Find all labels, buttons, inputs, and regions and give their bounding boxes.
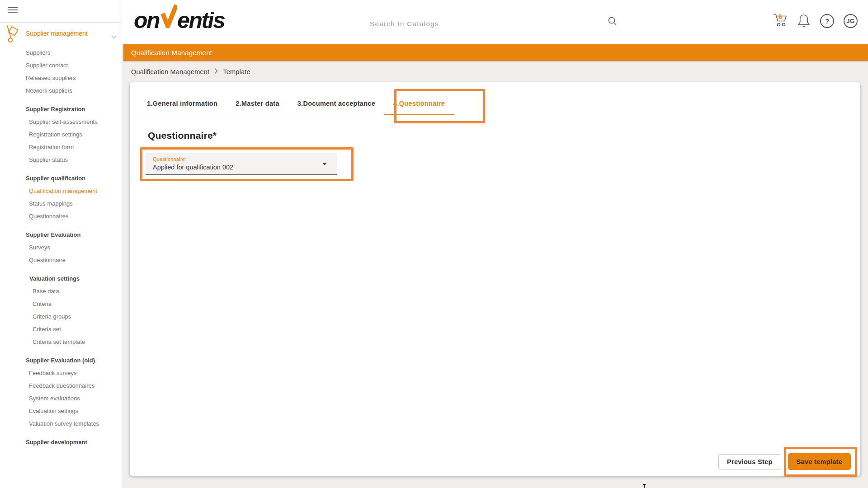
sidebar-item[interactable]: Questionnaires <box>0 210 122 223</box>
chevron-down-icon <box>111 33 116 41</box>
sidebar-item[interactable]: Criteria set template <box>0 336 122 348</box>
onventis-logo[interactable]: on entis <box>134 5 224 33</box>
sidebar-item-label: Supplier status <box>29 156 68 163</box>
sidebar-root-supplier-management[interactable]: Supplier management <box>0 24 122 44</box>
sidebar-item-label: Supplier qualification <box>26 175 85 182</box>
sidebar-item-label: Registration form <box>29 144 74 150</box>
sidebar-item[interactable]: Questionnaire <box>0 254 122 267</box>
sidebar-item-label: Status mappings <box>29 200 73 207</box>
sidebar-item[interactable]: Qualification management <box>0 185 122 197</box>
sidebar-item-label: Evaluation settings <box>29 408 78 414</box>
breadcrumb-chevron-icon <box>214 68 218 76</box>
sidebar-section-label: Supplier Registration <box>0 103 122 116</box>
sidebar-item[interactable]: Registration form <box>0 141 122 154</box>
hand-truck-icon <box>6 25 20 45</box>
sidebar-root-label: Supplier management <box>26 30 88 37</box>
sidebar-item[interactable]: Surveys <box>0 241 122 254</box>
sidebar-item-label: Feedback surveys <box>29 370 77 376</box>
sidebar-item[interactable]: Status mappings <box>0 197 122 210</box>
sidebar-item-label: Released suppliers <box>26 75 76 81</box>
dropdown-caret-icon <box>322 163 327 165</box>
sidebar: Supplier management Suppliers Supplier c… <box>0 0 122 488</box>
sidebar-item[interactable]: Feedback surveys <box>0 367 122 380</box>
sidebar-item-label: Criteria set template <box>33 338 85 345</box>
questionnaire-dropdown[interactable]: Questionnaire* Applied for qualification… <box>146 153 337 175</box>
help-glyph: ? <box>825 17 829 25</box>
text-cursor-artifact <box>642 484 646 488</box>
tab-document-acceptance[interactable]: 3.Document acceptance <box>288 93 384 115</box>
sidebar-item-label: Registration settings <box>29 131 82 138</box>
sidebar-item[interactable]: Supplier status <box>0 154 122 166</box>
page-title: Questionnaire* <box>148 130 217 141</box>
sidebar-item-label: Criteria set <box>33 326 61 333</box>
sidebar-section-label: Valuation settings <box>0 272 122 285</box>
tab-general-information[interactable]: 1.General information <box>138 93 226 115</box>
logo-checkmark-icon <box>160 4 177 33</box>
template-card: 1.General information 2.Master data 3.Do… <box>130 82 860 476</box>
sidebar-item[interactable]: Criteria <box>0 298 122 310</box>
wizard-tabs: 1.General information 2.Master data 3.Do… <box>138 93 454 115</box>
sidebar-item-label: Criteria groups <box>33 313 71 320</box>
tab-master-data[interactable]: 2.Master data <box>226 93 288 115</box>
sidebar-item-label: Valuation settings <box>29 275 80 282</box>
hamburger-menu-icon[interactable] <box>8 7 18 14</box>
sidebar-item[interactable]: Registration settings <box>0 128 122 141</box>
sidebar-item[interactable]: Criteria set <box>0 323 122 336</box>
sidebar-item[interactable]: Criteria groups <box>0 310 122 323</box>
sidebar-section-label: Supplier Evaluation <box>0 229 122 241</box>
sidebar-item[interactable]: Supplier self-assessments <box>0 116 122 128</box>
sidebar-item[interactable]: Base data <box>0 285 122 298</box>
sidebar-item[interactable]: System evaluations <box>0 392 122 405</box>
sidebar-item-label: Network suppliers <box>26 87 72 94</box>
avatar-initials: JG <box>846 18 854 24</box>
sidebar-section-label: Supplier qualification <box>0 172 122 185</box>
sidebar-section-label: Supplier development <box>0 436 122 449</box>
sidebar-item-label: Qualification management <box>29 188 97 194</box>
previous-step-button[interactable]: Previous Step <box>718 454 781 469</box>
sidebar-item[interactable]: Network suppliers <box>0 84 122 97</box>
sidebar-item-label: Supplier development <box>26 439 87 446</box>
sidebar-nav-list: Suppliers Supplier contact Released supp… <box>0 47 122 449</box>
logo-text-on: on <box>134 7 159 33</box>
sidebar-item-label: Supplier Evaluation <box>26 231 80 238</box>
sidebar-item[interactable]: Valuation survey templates <box>0 418 122 430</box>
sidebar-item-label: Suppliers <box>26 49 50 56</box>
sidebar-item[interactable]: Released suppliers <box>0 72 122 84</box>
sidebar-item-label: Questionnaire <box>29 257 66 263</box>
sidebar-item-label: Supplier self-assessments <box>29 118 98 125</box>
module-banner-title: Qualification Management <box>131 49 212 56</box>
bell-icon[interactable] <box>797 13 811 30</box>
breadcrumb-qualification-management[interactable]: Qualification Management <box>131 68 209 75</box>
sidebar-header <box>0 0 122 23</box>
breadcrumb: Qualification Management Template <box>131 61 250 82</box>
sidebar-item-label: Valuation survey templates <box>29 420 99 427</box>
sidebar-item[interactable]: Suppliers <box>0 47 122 59</box>
sidebar-item[interactable]: Feedback questionnaires <box>0 380 122 392</box>
catalog-search <box>369 13 619 31</box>
sidebar-item-label: Questionnaires <box>29 213 68 220</box>
module-banner: Qualification Management <box>123 44 868 61</box>
search-icon[interactable] <box>608 16 618 28</box>
search-input[interactable] <box>369 19 597 28</box>
sidebar-item-label: Supplier contact <box>26 62 68 69</box>
sidebar-item-label: Base data <box>33 288 59 295</box>
sidebar-section-label: Supplier Evaluation (old) <box>0 354 122 367</box>
logo-text-entis: entis <box>177 7 224 33</box>
save-template-button[interactable]: Save template <box>788 453 851 470</box>
tab-questionnaire[interactable]: 4.Questionnaire <box>384 93 454 115</box>
cart-count-badge[interactable]: 6 <box>778 13 782 20</box>
sidebar-item[interactable]: Evaluation settings <box>0 405 122 418</box>
help-icon[interactable]: ? <box>820 14 834 28</box>
sidebar-item-label: Feedback questionnaires <box>29 382 94 389</box>
sidebar-item-label: Supplier Registration <box>26 106 85 113</box>
sidebar-item-label: Criteria <box>33 300 52 307</box>
sidebar-item-label: Surveys <box>29 244 50 251</box>
questionnaire-dropdown-value: Applied for qualification 002 <box>153 164 330 171</box>
avatar[interactable]: JG <box>844 14 858 28</box>
sidebar-item-label: System evaluations <box>29 395 80 402</box>
questionnaire-dropdown-label: Questionnaire* <box>153 156 330 162</box>
action-bar: Previous Step Save template <box>718 453 851 470</box>
sidebar-item[interactable]: Supplier contact <box>0 59 122 72</box>
sidebar-item-label: Supplier Evaluation (old) <box>26 357 95 364</box>
breadcrumb-template: Template <box>223 68 250 75</box>
